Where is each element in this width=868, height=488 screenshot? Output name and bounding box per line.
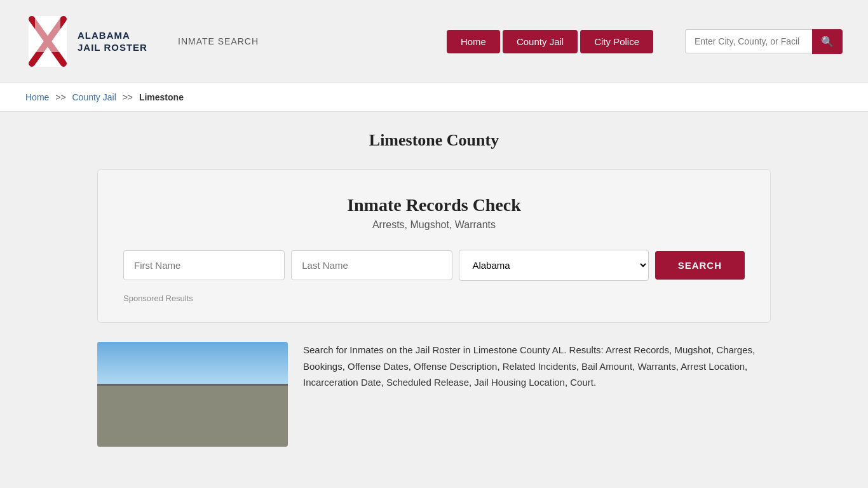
- svg-rect-4: [35, 17, 60, 52]
- breadcrumb-home-link[interactable]: Home: [25, 92, 49, 102]
- inmate-search-form: Alabama SEARCH: [123, 250, 745, 281]
- nav-city-police-button[interactable]: City Police: [580, 30, 653, 53]
- facility-image: [97, 342, 288, 447]
- main-content: Limestone County Inmate Records Check Ar…: [85, 131, 783, 447]
- header-search-input[interactable]: [685, 29, 812, 53]
- breadcrumb-sep1: >>: [55, 92, 65, 102]
- nav-home-button[interactable]: Home: [447, 30, 500, 53]
- records-check-subtitle: Arrests, Mugshot, Warrants: [123, 219, 745, 231]
- sponsored-results-label: Sponsored Results: [123, 294, 745, 303]
- logo-text: ALABAMA JAIL ROSTER: [78, 29, 147, 54]
- header: ALABAMA JAIL ROSTER INMATE SEARCH Home C…: [0, 0, 868, 83]
- nav-county-jail-button[interactable]: County Jail: [503, 30, 578, 53]
- header-search-button[interactable]: 🔍: [812, 29, 843, 54]
- breadcrumb: Home >> County Jail >> Limestone: [0, 83, 868, 112]
- breadcrumb-sep2: >>: [123, 92, 133, 102]
- logo-area: ALABAMA JAIL ROSTER: [25, 13, 153, 70]
- breadcrumb-current: Limestone: [139, 92, 184, 102]
- last-name-input[interactable]: [291, 250, 452, 280]
- inmate-search-label: INMATE SEARCH: [178, 36, 259, 46]
- breadcrumb-county-jail-link[interactable]: County Jail: [72, 92, 116, 102]
- facility-description: Search for Inmates on the Jail Roster in…: [303, 342, 771, 391]
- header-search-area: 🔍: [685, 29, 843, 54]
- records-check-box: Inmate Records Check Arrests, Mugshot, W…: [97, 169, 771, 323]
- inmate-search-button[interactable]: SEARCH: [655, 251, 745, 280]
- search-icon: 🔍: [821, 36, 834, 47]
- building-silhouette: [97, 384, 288, 447]
- logo-icon: [25, 13, 70, 70]
- nav-buttons: Home County Jail City Police: [447, 30, 653, 53]
- records-check-title: Inmate Records Check: [123, 195, 745, 215]
- first-name-input[interactable]: [123, 250, 285, 280]
- page-title: Limestone County: [97, 131, 771, 150]
- state-select[interactable]: Alabama: [459, 250, 648, 281]
- bottom-section: Search for Inmates on the Jail Roster in…: [97, 342, 771, 447]
